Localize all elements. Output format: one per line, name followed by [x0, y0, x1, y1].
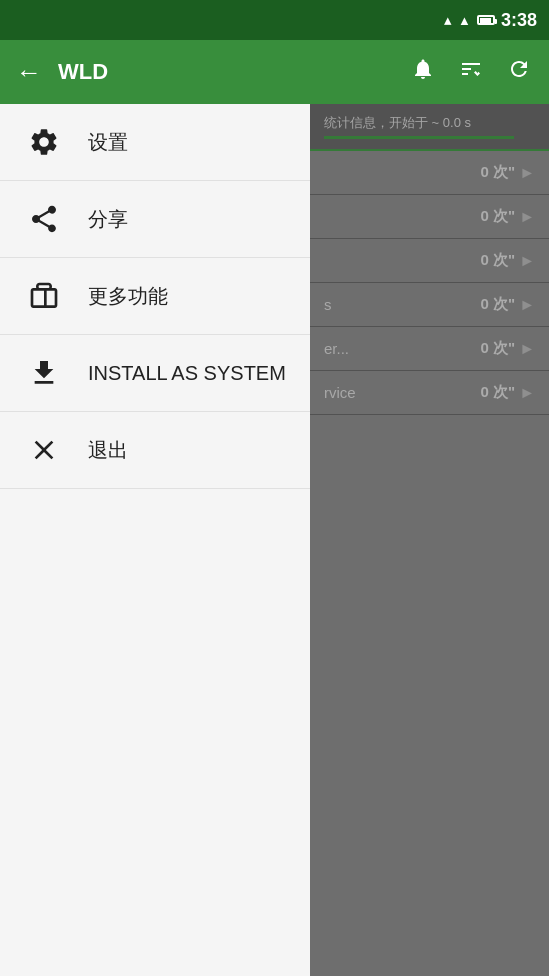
sort-icon[interactable]: [449, 49, 493, 95]
drawer-item-more[interactable]: 更多功能: [0, 258, 310, 335]
alarm-icon[interactable]: [401, 49, 445, 95]
toolbar-title: WLD: [58, 59, 393, 85]
exit-label: 退出: [88, 437, 128, 464]
share-label: 分享: [88, 206, 128, 233]
drawer-item-share[interactable]: 分享: [0, 181, 310, 258]
status-icons: ▴ ▲ 3:38: [444, 10, 537, 31]
drawer-item-install[interactable]: INSTALL AS SYSTEM: [0, 335, 310, 412]
toolbar-action-icons: [401, 49, 541, 95]
settings-icon: [24, 126, 64, 158]
drawer-item-exit[interactable]: 退出: [0, 412, 310, 489]
signal-icon: ▲: [458, 13, 471, 28]
more-label: 更多功能: [88, 283, 168, 310]
wifi-icon: ▴: [444, 11, 452, 29]
briefcase-icon: [24, 280, 64, 312]
settings-label: 设置: [88, 129, 128, 156]
refresh-icon[interactable]: [497, 49, 541, 95]
battery-icon: [477, 15, 495, 25]
drawer-scrim[interactable]: [310, 104, 549, 976]
toolbar: ← WLD: [0, 40, 549, 104]
back-button[interactable]: ←: [8, 49, 50, 96]
main-content: 统计信息，开始于 ~ 0.0 s 0 次" ► 0 次" ► 0 次" ►: [0, 104, 549, 976]
status-bar: ▴ ▲ 3:38: [0, 0, 549, 40]
navigation-drawer: 设置 分享 更多功能: [0, 104, 310, 976]
download-icon: [24, 357, 64, 389]
status-time: 3:38: [501, 10, 537, 31]
close-icon: [24, 434, 64, 466]
drawer-item-settings[interactable]: 设置: [0, 104, 310, 181]
install-label: INSTALL AS SYSTEM: [88, 362, 286, 385]
share-icon: [24, 203, 64, 235]
